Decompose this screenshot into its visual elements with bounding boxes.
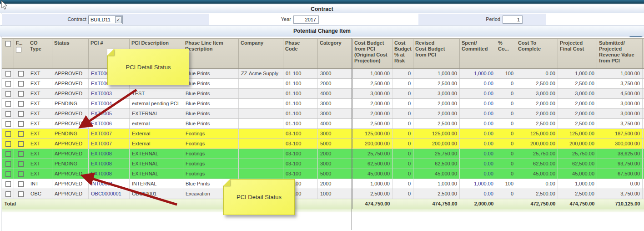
column-header-category[interactable]: Category [318, 39, 352, 69]
row-flag-checkbox[interactable] [18, 81, 24, 87]
cell-pci_desc: EXTERNAL [130, 169, 183, 179]
frozen-pane-splitter[interactable] [352, 38, 352, 230]
table-row[interactable]: EXTAPPROVEDEXT0005EXTERNALBlue Prints01-… [2, 109, 644, 119]
column-header-company[interactable]: Company [239, 39, 283, 69]
spent-committed-link[interactable]: 0.00 [484, 111, 493, 116]
spent-committed-link[interactable]: 0.00 [484, 171, 493, 176]
cell-pci_desc: external pending PCI [130, 99, 183, 109]
table-row[interactable]: EXTPENDINGEXT0004external pending PCIBlu… [2, 99, 644, 109]
table-row[interactable]: EXTAPPROVEDEXT0008EXTERNALFootings03-100… [2, 169, 644, 179]
row-flag-checkbox[interactable] [18, 101, 24, 107]
row-flag-checkbox[interactable] [18, 161, 24, 167]
column-header-spent[interactable]: Spent/Committed [460, 39, 496, 69]
column-header-submitted[interactable]: Submitted/ProjectedRevenue Valuefrom PCI [597, 39, 643, 69]
spent-committed-link[interactable]: 0.00 [484, 101, 493, 106]
column-header-pct[interactable]: % Co... [496, 39, 516, 69]
select-all-checkbox[interactable] [5, 41, 11, 46]
cell-submitted: 3,750.00 [597, 119, 643, 129]
column-header-risk[interactable]: CostBudget% at Risk [392, 39, 413, 69]
row-select-checkbox[interactable] [5, 151, 11, 157]
column-header-phase_code[interactable]: PhaseCode [283, 39, 318, 69]
row-flag-checkbox[interactable] [18, 191, 24, 197]
row-flag-checkbox[interactable] [18, 111, 24, 117]
pci-number-link[interactable]: EXT0004 [91, 101, 112, 106]
row-flag-checkbox[interactable] [18, 131, 24, 137]
row-flag-checkbox[interactable] [18, 121, 24, 127]
spent-committed-link[interactable]: 0.00 [484, 91, 493, 96]
row-flag-checkbox[interactable] [18, 71, 24, 77]
year-input[interactable] [293, 15, 319, 24]
cell-submitted: 38,625.00 [597, 149, 643, 159]
cell-pfc: 2,500.00 [558, 189, 597, 199]
table-row[interactable]: EXTAPPROVEDEXT0008EXTERNALFootings03-100… [2, 149, 644, 159]
pci-number-link[interactable]: EXT0008 [91, 151, 112, 156]
row-select-checkbox[interactable] [5, 121, 11, 127]
cell-category: 5000 [318, 169, 352, 179]
row-flag-checkbox[interactable] [18, 141, 24, 147]
spent-committed-link[interactable]: 0.00 [484, 121, 493, 126]
spent-committed-link[interactable]: 1,000.00 [474, 181, 493, 186]
column-header-sel[interactable] [2, 39, 14, 69]
cell-pfc: 3,000.00 [558, 89, 597, 99]
period-input[interactable] [503, 15, 523, 24]
pci-number-link[interactable]: EXT0005 [91, 111, 112, 116]
cell-risk: 0 [392, 139, 413, 149]
pci-number-link[interactable]: OBC0000001 [91, 191, 121, 196]
row-flag-checkbox[interactable] [18, 151, 24, 157]
row-select-checkbox[interactable] [5, 81, 11, 87]
column-header-cost_budget[interactable]: Cost Budgetfrom PCI(Original CostProject… [352, 39, 392, 69]
table-row[interactable]: EXTPENDINGEXT0007ExternalFootings03-1003… [2, 129, 644, 139]
row-select-checkbox[interactable] [5, 181, 11, 187]
spent-committed-link[interactable]: 0.00 [484, 131, 493, 136]
flag-all-checkbox[interactable] [16, 47, 21, 52]
table-row[interactable]: EXTAPPROVEDEXT0007ExternalFootings03-100… [2, 139, 644, 149]
spent-committed-link[interactable]: 0.00 [484, 191, 493, 196]
cell-risk: 0 [392, 179, 413, 189]
cell-phase_line: Blue Prints [183, 69, 239, 79]
table-row[interactable]: EXTAPPROVEDEXT0002Blue Prints01-10020002… [2, 79, 644, 89]
row-select-checkbox[interactable] [5, 91, 11, 97]
combo-chevron-icon[interactable]: ✓ [115, 16, 122, 23]
contract-select[interactable]: BUILD11 ✓ [88, 15, 123, 24]
row-select-checkbox[interactable] [5, 101, 11, 107]
column-header-pfc[interactable]: ProjectedFinal Cost [558, 39, 597, 69]
row-select-checkbox[interactable] [5, 141, 11, 147]
spent-committed-link[interactable]: 0.00 [484, 161, 493, 166]
pci-number-link[interactable]: EXT0008 [91, 171, 112, 176]
table-row[interactable]: EXTPENDINGEXT0008EXTERNALFootings03-1003… [2, 159, 644, 169]
cell-category: 2000 [318, 149, 352, 159]
table-row[interactable]: INTAPPROVEDINT00001INTERNALBlue Prints01… [2, 179, 644, 189]
pci-number-link[interactable]: EXT0007 [91, 141, 112, 146]
pci-number-link[interactable]: EXT0006 [91, 121, 112, 126]
table-row[interactable]: EXTAPPROVEDEXT0003TESTBlue Prints01-1004… [2, 89, 644, 99]
column-header-status[interactable]: Status [52, 39, 89, 69]
cell-pfc: 1,000.00 [558, 69, 597, 79]
pci-number-link[interactable]: EXT0008 [91, 161, 112, 166]
pci-number-link[interactable]: EXT0007 [91, 131, 112, 136]
table-row[interactable]: OBCAPPROVEDOBC0000001OBC10001Excavation0… [2, 189, 644, 199]
spent-committed-link[interactable]: 0.00 [484, 141, 493, 146]
spent-committed-link[interactable]: 1,000.00 [474, 71, 493, 76]
row-flag-checkbox[interactable] [18, 181, 24, 187]
row-flag-checkbox[interactable] [18, 171, 24, 177]
column-header-co_type[interactable]: COType [28, 39, 52, 69]
column-header-ctc[interactable]: Cost ToComplete [516, 39, 558, 69]
pci-number-link[interactable]: EXT0003 [91, 91, 112, 96]
cell-risk: 0 [392, 169, 413, 179]
pci-number-link[interactable]: INT00001 [91, 181, 113, 186]
column-header-phase_line[interactable]: Phase Line ItemDescription [183, 39, 239, 69]
row-select-checkbox[interactable] [5, 161, 11, 167]
spent-committed-link[interactable]: 0.00 [484, 81, 493, 86]
row-select-checkbox[interactable] [5, 111, 11, 117]
row-select-checkbox[interactable] [5, 71, 11, 77]
row-select-checkbox[interactable] [5, 191, 11, 197]
column-header-revised[interactable]: RevisedCost Budgetfrom PCI [413, 39, 460, 69]
column-header-flag[interactable]: F... [14, 39, 28, 69]
table-row[interactable]: EXTAPPROVEDEXT0001Blue PrintsZZ-Acme Sup… [2, 69, 644, 79]
row-select-checkbox[interactable] [5, 131, 11, 137]
row-select-checkbox[interactable] [5, 171, 11, 177]
row-flag-checkbox[interactable] [18, 91, 24, 97]
table-row[interactable]: EXTAPPROVEDEXT0006externalBlue Prints01-… [2, 119, 644, 129]
spent-committed-link[interactable]: 0.00 [484, 151, 493, 156]
cell-flag [14, 89, 28, 99]
